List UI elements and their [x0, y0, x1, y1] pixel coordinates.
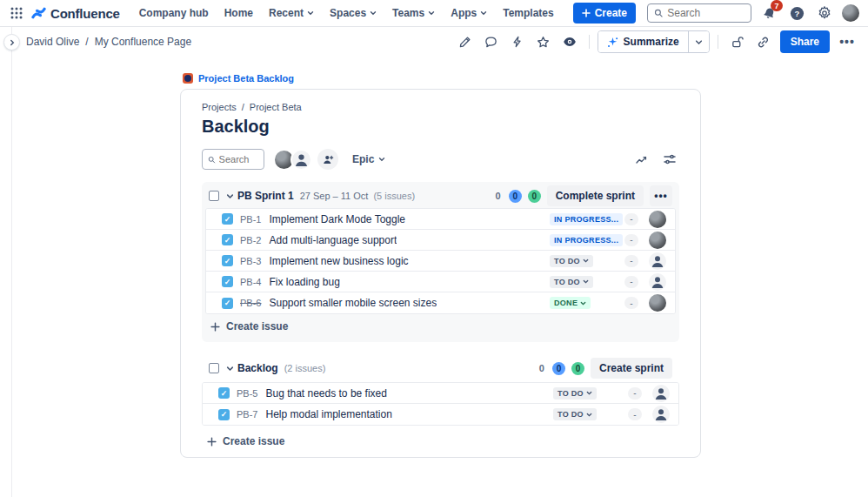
status-badge[interactable]: DONE [550, 297, 591, 309]
embed-smart-link[interactable]: Project Beta Backlog [180, 73, 701, 84]
board-breadcrumb: Projects / Project Beta [202, 102, 679, 112]
collapse-chevron-icon[interactable] [226, 365, 234, 373]
sprint-issue-count: (5 issues) [373, 191, 415, 201]
chevron-down-icon [378, 156, 385, 163]
sidebar-expand-button[interactable] [3, 34, 20, 50]
notifications-bell-icon[interactable]: 7 [758, 3, 779, 24]
backlog-select-checkbox[interactable] [209, 363, 219, 373]
issue-row[interactable]: ✓PB-6Support smaller mobile screen sizes… [206, 292, 675, 313]
create-issue-button[interactable]: Create issue [205, 314, 293, 339]
status-badge[interactable]: IN PROGRESS... [550, 234, 623, 246]
breadcrumb-separator: / [85, 36, 88, 48]
breadcrumb-page-link[interactable]: My Confluence Page [95, 36, 191, 48]
board-search-input[interactable] [219, 154, 258, 165]
insights-chart-icon[interactable] [632, 150, 651, 169]
user-avatar[interactable] [842, 4, 859, 22]
status-badge[interactable]: TO DO [553, 408, 597, 420]
project-link[interactable]: Project Beta [250, 102, 302, 112]
help-icon[interactable]: ? [786, 3, 807, 24]
chevron-down-icon [307, 10, 314, 17]
task-type-icon: ✓ [222, 234, 233, 245]
star-icon[interactable] [532, 30, 555, 53]
create-button[interactable]: Create [573, 3, 636, 24]
unlock-icon[interactable] [726, 30, 749, 53]
create-issue-button[interactable]: Create issue [202, 429, 290, 453]
sprint-more-button[interactable]: ••• [650, 185, 672, 206]
create-sprint-button[interactable]: Create sprint [591, 358, 672, 379]
sprint-section: PB Sprint 1 27 Sep – 11 Oct (5 issues) 0… [202, 182, 679, 342]
issue-row[interactable]: ✓PB-2Add multi-language supportIN PROGRE… [206, 230, 675, 251]
status-badge[interactable]: IN PROGRESS... [550, 213, 623, 225]
member-avatar[interactable] [290, 149, 312, 171]
assignee-avatar[interactable] [649, 294, 666, 312]
issue-row[interactable]: ✓PB-7Help modal implementationTO DO- [203, 404, 678, 425]
settings-gear-icon[interactable] [814, 3, 835, 24]
jira-backlog-embed: Project Beta Backlog Projects / Project … [180, 73, 701, 458]
sprint-header: PB Sprint 1 27 Sep – 11 Oct (5 issues) 0… [205, 184, 676, 208]
backlog-name[interactable]: Backlog [237, 362, 278, 374]
nav-item-templates[interactable]: Templates [496, 3, 560, 24]
status-badge[interactable]: TO DO [553, 387, 597, 400]
complete-sprint-button[interactable]: Complete sprint [547, 185, 644, 206]
issue-row[interactable]: ✓PB-4Fix loading bugTO DO- [206, 272, 675, 292]
backlog-issue-count: (2 issues) [284, 363, 326, 373]
issue-row[interactable]: ✓PB-1Implement Dark Mode ToggleIN PROGRE… [206, 209, 675, 230]
assignee-avatar[interactable] [649, 232, 666, 249]
assignee-avatar[interactable] [652, 385, 670, 402]
status-badge[interactable]: TO DO [550, 255, 593, 267]
backlog-header: Backlog (2 issues) 0 0 0 Create sprint [202, 356, 679, 380]
view-settings-sliders-icon[interactable] [660, 150, 679, 169]
divider [718, 35, 718, 49]
assignee-avatar[interactable] [649, 211, 666, 228]
nav-item-apps[interactable]: Apps [444, 3, 494, 24]
share-button[interactable]: Share [780, 30, 830, 53]
nav-item-teams[interactable]: Teams [385, 3, 442, 24]
assignee-avatar[interactable] [649, 252, 666, 270]
task-type-icon: ✓ [222, 213, 233, 225]
summarize-button[interactable]: Summarize [598, 31, 688, 52]
search-icon [208, 155, 216, 165]
sprint-select-checkbox[interactable] [209, 191, 219, 201]
collapse-chevron-icon[interactable] [226, 192, 234, 200]
app-switcher-icon[interactable] [5, 3, 28, 24]
ai-sparkle-icon [607, 37, 618, 48]
global-search[interactable] [647, 3, 751, 23]
watch-eye-icon[interactable] [558, 30, 581, 53]
estimate-badge: - [628, 387, 642, 400]
issue-summary: Support smaller mobile screen sizes [269, 297, 437, 309]
issue-row[interactable]: ✓PB-3Implement new business logicTO DO- [206, 251, 675, 272]
embed-link-title[interactable]: Project Beta Backlog [198, 73, 294, 84]
divider [589, 35, 590, 49]
nav-item-company-hub[interactable]: Company hub [132, 3, 216, 24]
issue-key: PB-5 [237, 388, 257, 399]
issue-key: PB-6 [240, 298, 261, 308]
more-menu-button[interactable]: ••• [835, 30, 859, 53]
task-type-icon: ✓ [218, 387, 230, 399]
global-search-input[interactable] [667, 7, 744, 19]
edit-pencil-icon[interactable] [454, 30, 477, 53]
todo-count-badge: 0 [537, 363, 546, 373]
issue-row[interactable]: ✓PB-5Bug that needs to be fixedTO DO- [203, 383, 678, 404]
breadcrumb-space-link[interactable]: David Olive [26, 36, 79, 48]
nav-item-spaces[interactable]: Spaces [323, 3, 384, 24]
sprint-issue-list: ✓PB-1Implement Dark Mode ToggleIN PROGRE… [205, 208, 676, 314]
copy-link-icon[interactable] [752, 30, 775, 53]
summarize-dropdown-button[interactable] [688, 31, 709, 52]
add-person-icon[interactable] [317, 149, 338, 170]
jira-icon [183, 73, 193, 84]
nav-item-home[interactable]: Home [217, 3, 260, 24]
status-badge[interactable]: TO DO [550, 276, 593, 288]
board-search[interactable] [202, 149, 264, 170]
inprogress-count-badge: 0 [552, 362, 565, 375]
sprint-name[interactable]: PB Sprint 1 [237, 190, 294, 202]
comment-icon[interactable] [480, 30, 503, 53]
assignee-avatar[interactable] [652, 406, 670, 423]
automation-lightning-icon[interactable] [506, 30, 529, 53]
confluence-logo[interactable]: Confluence [31, 6, 120, 21]
assignee-avatar[interactable] [649, 273, 666, 291]
board-controls: Epic [202, 147, 679, 171]
epic-filter-dropdown[interactable]: Epic [352, 153, 385, 165]
projects-link[interactable]: Projects [202, 102, 237, 112]
nav-item-recent[interactable]: Recent [262, 3, 321, 24]
issue-summary: Add multi-language support [269, 234, 397, 246]
